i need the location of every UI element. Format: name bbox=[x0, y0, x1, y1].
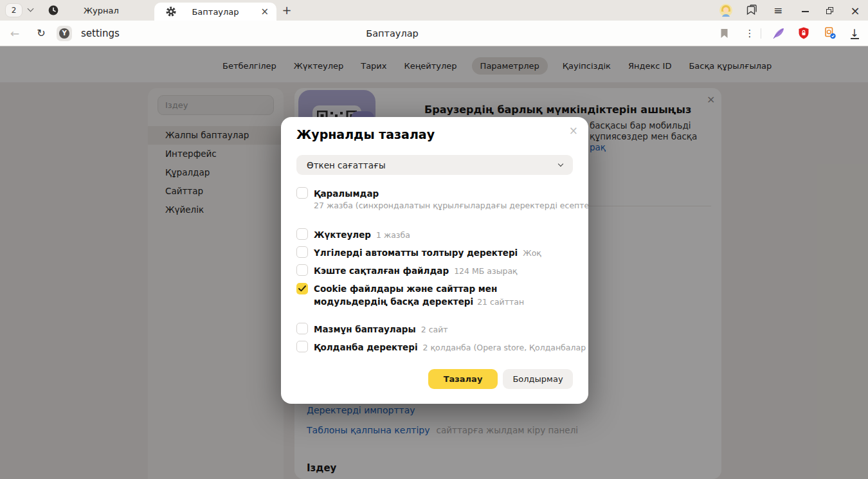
select-chevron-down-icon bbox=[558, 161, 563, 167]
avatar[interactable] bbox=[719, 4, 732, 17]
checkbox-cache[interactable] bbox=[296, 264, 308, 276]
feather-extension-icon[interactable] bbox=[772, 27, 785, 40]
checkbox-app-data[interactable] bbox=[296, 341, 308, 352]
downloads-icon-bar bbox=[851, 38, 859, 39]
checkbox-downloads[interactable] bbox=[296, 228, 308, 240]
window-restore-icon[interactable] bbox=[826, 7, 833, 14]
tab-history[interactable]: Журнал bbox=[42, 0, 150, 21]
time-range-select[interactable]: Өткен сағаттағы bbox=[296, 155, 573, 175]
checkbox-visited-pages[interactable] bbox=[296, 187, 308, 199]
row-detail-content-settings: 2 сайт bbox=[421, 325, 448, 334]
row-label-cache[interactable]: Кэште сақталған файлдар bbox=[314, 266, 449, 276]
clear-history-dialog: Журналды тазалау × Өткен сағаттағы Қарал… bbox=[281, 117, 588, 404]
row-detail-autofill: Жоқ bbox=[523, 248, 541, 258]
clock-icon bbox=[48, 5, 59, 15]
row-detail-visited-pages: 27 жазба (синхрондалатын құрылғылардағы … bbox=[314, 201, 588, 210]
row-detail-app-data: 2 қолданба (Opera store, Қолданбалар дүк… bbox=[423, 343, 588, 352]
row-detail-downloads: 1 жазба bbox=[376, 230, 410, 240]
checkbox-cookies[interactable] bbox=[296, 283, 308, 294]
row-label-content-settings[interactable]: Мазмұн баптаулары bbox=[314, 324, 416, 334]
tab-bar: 2 Журнал Баптаулар × + bbox=[0, 0, 868, 21]
toolbar-separator bbox=[761, 28, 761, 39]
row-label-cookies[interactable]: Cookie файлдары және сайттар мен модульд… bbox=[314, 284, 497, 307]
back-icon[interactable]: ← bbox=[8, 21, 22, 46]
new-tab-button[interactable]: + bbox=[279, 3, 294, 18]
window-close-icon[interactable]: × bbox=[849, 0, 862, 21]
dialog-close-icon[interactable]: × bbox=[569, 124, 578, 137]
downloads-icon[interactable]: ↓ bbox=[847, 21, 862, 46]
bookmark-icon[interactable] bbox=[719, 28, 729, 39]
tab-settings-active[interactable]: Баптаулар × bbox=[154, 3, 276, 21]
browser-window: 2 Журнал Баптаулар × + bbox=[0, 0, 868, 479]
tab-list-chevron-down-icon[interactable] bbox=[28, 6, 34, 12]
cancel-button[interactable]: Болдырмау bbox=[503, 369, 573, 389]
tab-close-icon[interactable]: × bbox=[260, 5, 269, 18]
row-label-downloads[interactable]: Жүктеулер bbox=[314, 230, 371, 240]
yandex-logo-icon: Y bbox=[59, 28, 69, 39]
reload-icon[interactable]: ↻ bbox=[34, 21, 48, 46]
row-label-autofill[interactable]: Үлгілерді автоматты толтыру деректері bbox=[314, 248, 518, 258]
address-toolbar: ← ↻ Y settings Баптаулар ⋮ ↓ bbox=[0, 21, 868, 46]
row-label-visited-pages[interactable]: Қаралымдар bbox=[314, 188, 379, 199]
row-label-app-data[interactable]: Қолданба деректері bbox=[314, 342, 418, 352]
clear-button[interactable]: Тазалау bbox=[428, 369, 498, 389]
side-panels-icon[interactable] bbox=[746, 5, 757, 16]
dialog-title: Журналды тазалау bbox=[296, 127, 435, 141]
checkbox-content-settings[interactable] bbox=[296, 323, 308, 334]
checkbox-autofill[interactable] bbox=[296, 246, 308, 258]
checkmark-icon bbox=[298, 285, 306, 292]
time-range-value: Өткен сағаттағы bbox=[307, 155, 386, 175]
docs-extension-icon[interactable] bbox=[824, 26, 836, 40]
browser-menu-icon[interactable]: ≡ bbox=[772, 0, 784, 21]
tab-settings-label: Баптаулар bbox=[154, 3, 276, 21]
window-minimize-icon[interactable] bbox=[802, 11, 809, 12]
row-detail-cache: 124 МБ азырақ bbox=[454, 266, 518, 276]
tab-history-label: Журнал bbox=[84, 0, 119, 21]
tab-counter-button[interactable]: 2 bbox=[5, 3, 23, 17]
address-url[interactable]: settings bbox=[81, 21, 120, 46]
site-favicon[interactable]: Y bbox=[57, 26, 72, 41]
shield-adblock-extension-icon[interactable] bbox=[798, 27, 809, 39]
kebab-menu-icon[interactable]: ⋮ bbox=[745, 21, 755, 46]
address-page-title: Баптаулар bbox=[302, 21, 482, 46]
row-detail-cookies: 21 сайттан bbox=[477, 297, 524, 307]
